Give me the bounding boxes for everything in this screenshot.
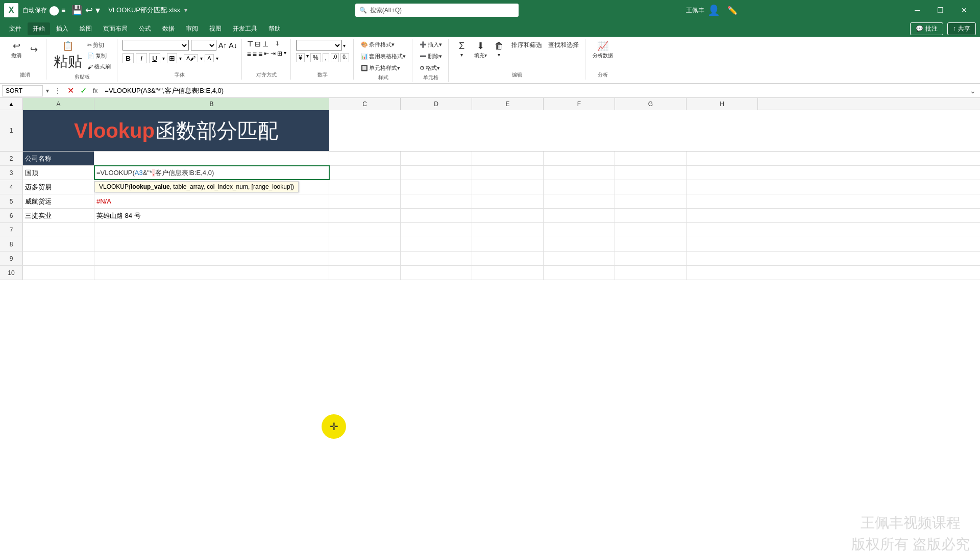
cell-style-button[interactable]: 🔲单元格样式▾: [359, 63, 408, 73]
cell-d4[interactable]: [401, 180, 472, 194]
fill-color-button[interactable]: A🖌: [184, 54, 198, 62]
name-box[interactable]: SORT: [2, 85, 43, 96]
cell-c6[interactable]: [329, 209, 401, 222]
analysis-button[interactable]: 📈分析数据: [591, 40, 615, 60]
cell-g3[interactable]: [615, 166, 687, 180]
col-header-h[interactable]: H: [687, 98, 758, 110]
cell-g7[interactable]: [615, 223, 687, 237]
cell-d9[interactable]: [401, 252, 472, 265]
share-button[interactable]: ↑ 共享: [947, 22, 976, 35]
cell-a5[interactable]: 威航货运: [23, 194, 94, 208]
row-num-9[interactable]: 9: [0, 252, 23, 265]
cell-c5[interactable]: [329, 194, 401, 208]
menu-item-view[interactable]: 视图: [204, 22, 227, 35]
menu-item-data[interactable]: 数据: [157, 22, 180, 35]
currency-button[interactable]: ¥: [296, 53, 305, 62]
italic-button[interactable]: I: [136, 53, 147, 63]
row-num-8[interactable]: 8: [0, 237, 23, 251]
align-middle-button[interactable]: ⊟: [255, 40, 261, 48]
menu-item-formula[interactable]: 公式: [134, 22, 156, 35]
align-right-button[interactable]: ≡: [258, 50, 262, 58]
sort-filter-button[interactable]: 排序和筛选: [509, 40, 544, 60]
wrap-text-button[interactable]: ⤵: [276, 40, 279, 48]
cell-d3[interactable]: [401, 166, 472, 180]
cell-b2[interactable]: [94, 152, 329, 165]
cell-f8[interactable]: [544, 237, 615, 251]
cell-b5[interactable]: #N/A: [94, 194, 329, 208]
cell-d6[interactable]: [401, 209, 472, 222]
increase-font-button[interactable]: A↑: [218, 41, 227, 49]
cell-g5[interactable]: [615, 194, 687, 208]
fill-button[interactable]: ⬇填充▾: [472, 40, 489, 60]
bold-button[interactable]: B: [122, 53, 134, 63]
title-cell[interactable]: Vlookup 函数部分匹配: [23, 110, 329, 151]
cell-a10[interactable]: [23, 266, 94, 280]
row-num-1[interactable]: 1: [0, 110, 23, 151]
cell-c3[interactable]: [329, 166, 401, 180]
cell-c4[interactable]: [329, 180, 401, 194]
increase-decimal-button[interactable]: .0: [331, 53, 339, 62]
paste-button[interactable]: 📋粘贴: [52, 40, 84, 72]
menu-item-dev[interactable]: 开发工具: [228, 22, 262, 35]
confirm-formula-button[interactable]: ✓: [78, 86, 89, 95]
font-selector[interactable]: [122, 40, 189, 51]
col-header-g[interactable]: G: [615, 98, 687, 110]
cell-d10[interactable]: [401, 266, 472, 280]
col-header-c[interactable]: C: [329, 98, 401, 110]
menu-item-insert[interactable]: 插入: [51, 22, 74, 35]
restore-button[interactable]: ❐: [929, 0, 952, 20]
cell-g8[interactable]: [615, 237, 687, 251]
cell-b7[interactable]: [94, 223, 329, 237]
minimize-button[interactable]: ─: [905, 0, 929, 20]
row-num-10[interactable]: 10: [0, 266, 23, 280]
decrease-decimal-button[interactable]: 0.: [340, 53, 349, 62]
cell-f9[interactable]: [544, 252, 615, 265]
decrease-font-button[interactable]: A↓: [229, 41, 237, 49]
cell-e6[interactable]: [472, 209, 544, 222]
cell-c2[interactable]: [329, 152, 401, 165]
cell-b8[interactable]: [94, 237, 329, 251]
cell-a3[interactable]: 国顶: [23, 166, 94, 180]
cut-button[interactable]: ✂剪切: [85, 40, 113, 50]
comment-button[interactable]: 💬 批注: [910, 22, 943, 35]
cell-a9[interactable]: [23, 252, 94, 265]
cell-e5[interactable]: [472, 194, 544, 208]
insert-cells-button[interactable]: ➕插入▾: [418, 40, 444, 49]
row-num-3[interactable]: 3: [0, 166, 23, 180]
menu-item-draw[interactable]: 绘图: [75, 22, 97, 35]
clear-button[interactable]: 🗑▾: [491, 40, 507, 60]
cell-g4[interactable]: [615, 180, 687, 194]
menu-item-help[interactable]: 帮助: [263, 22, 286, 35]
col-header-f[interactable]: F: [544, 98, 615, 110]
cell-b10[interactable]: [94, 266, 329, 280]
formula-input[interactable]: [102, 85, 966, 96]
underline-button[interactable]: U: [149, 53, 160, 63]
align-center-button[interactable]: ≡: [253, 50, 257, 58]
align-top-button[interactable]: ⊤: [247, 40, 253, 48]
conditional-format-button[interactable]: 🎨条件格式▾: [359, 40, 408, 49]
align-left-button[interactable]: ≡: [247, 50, 251, 58]
cell-d8[interactable]: [401, 237, 472, 251]
cell-d2[interactable]: [401, 152, 472, 165]
increase-indent-button[interactable]: ⇥: [271, 50, 276, 58]
merge-button[interactable]: ⊞: [277, 50, 282, 58]
cell-c10[interactable]: [329, 266, 401, 280]
cell-e2[interactable]: [472, 152, 544, 165]
menu-item-file[interactable]: 文件: [4, 22, 27, 35]
find-select-button[interactable]: 查找和选择: [546, 40, 581, 60]
cell-e3[interactable]: [472, 166, 544, 180]
cell-e4[interactable]: [472, 180, 544, 194]
comma-button[interactable]: ,: [323, 53, 329, 62]
search-box[interactable]: 🔍 搜索(Alt+Q): [355, 4, 519, 17]
border-button[interactable]: ⊞: [167, 53, 177, 63]
format-cells-button[interactable]: ⚙格式▾: [418, 63, 444, 73]
cell-a2[interactable]: 公司名称: [23, 152, 94, 165]
cell-c8[interactable]: [329, 237, 401, 251]
cell-a6[interactable]: 三捷实业: [23, 209, 94, 222]
cell-b6[interactable]: 英雄山路 84 号: [94, 209, 329, 222]
cell-e10[interactable]: [472, 266, 544, 280]
percent-button[interactable]: %: [310, 53, 321, 62]
cell-b9[interactable]: [94, 252, 329, 265]
cell-f4[interactable]: [544, 180, 615, 194]
cell-a4[interactable]: 迈多贸易: [23, 180, 94, 194]
